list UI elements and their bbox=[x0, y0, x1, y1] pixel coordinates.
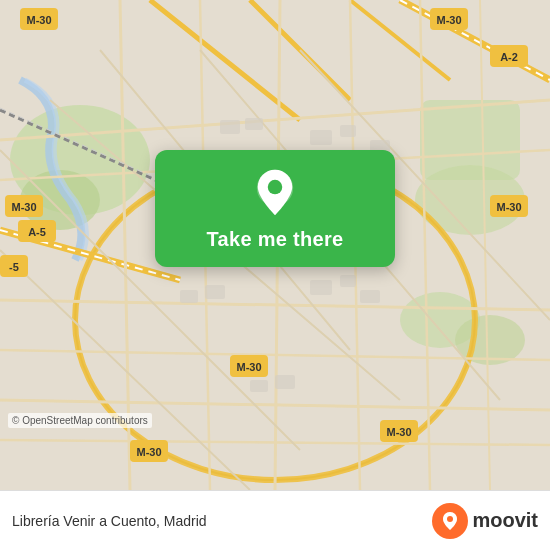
location-label: Librería Venir a Cuento, Madrid bbox=[12, 513, 207, 529]
svg-rect-58 bbox=[310, 130, 332, 145]
svg-text:A-2: A-2 bbox=[500, 51, 518, 63]
svg-rect-65 bbox=[360, 290, 380, 303]
svg-text:M-30: M-30 bbox=[26, 14, 51, 26]
moovit-icon bbox=[432, 503, 468, 539]
svg-point-69 bbox=[268, 180, 283, 195]
map-container: M-30 M-30 A-2 M-30 A-5 M-30 M-30 M-30 M-… bbox=[0, 0, 550, 490]
svg-rect-64 bbox=[340, 275, 356, 287]
svg-text:M-30: M-30 bbox=[436, 14, 461, 26]
location-pin-icon bbox=[250, 168, 300, 218]
moovit-logo[interactable]: moovit bbox=[432, 503, 538, 539]
svg-rect-66 bbox=[250, 380, 268, 392]
svg-text:-5: -5 bbox=[9, 261, 19, 273]
svg-rect-62 bbox=[205, 285, 225, 299]
bottom-bar: Librería Venir a Cuento, Madrid moovit bbox=[0, 490, 550, 550]
moovit-text-label: moovit bbox=[472, 509, 538, 532]
svg-text:M-30: M-30 bbox=[236, 361, 261, 373]
svg-text:M-30: M-30 bbox=[11, 201, 36, 213]
svg-rect-63 bbox=[310, 280, 332, 295]
svg-point-71 bbox=[447, 516, 453, 522]
svg-rect-59 bbox=[340, 125, 356, 137]
svg-rect-56 bbox=[220, 120, 240, 134]
take-me-there-button-label: Take me there bbox=[207, 228, 344, 251]
map-attribution: © OpenStreetMap contributors bbox=[8, 413, 152, 428]
take-me-there-card[interactable]: Take me there bbox=[155, 150, 395, 267]
svg-text:M-30: M-30 bbox=[136, 446, 161, 458]
svg-text:M-30: M-30 bbox=[386, 426, 411, 438]
svg-rect-67 bbox=[275, 375, 295, 389]
svg-text:M-30: M-30 bbox=[496, 201, 521, 213]
svg-rect-61 bbox=[180, 290, 198, 303]
svg-rect-57 bbox=[245, 118, 263, 130]
svg-text:A-5: A-5 bbox=[28, 226, 46, 238]
